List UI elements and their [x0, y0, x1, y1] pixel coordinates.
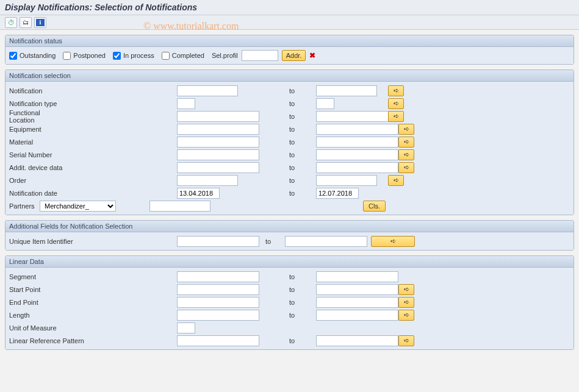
clock-icon — [8, 19, 15, 26]
to-label: to — [287, 138, 305, 146]
start-point-label: Start Point — [9, 286, 107, 293]
end-point-to-input[interactable] — [316, 297, 398, 308]
notification-type-from-input[interactable] — [177, 98, 195, 109]
postponed-checkbox-input[interactable] — [63, 52, 71, 60]
notification-type-label: Notification type — [9, 100, 70, 107]
to-label: to — [287, 164, 305, 171]
inprocess-checkbox[interactable]: In process — [113, 52, 154, 60]
serial-number-from-input[interactable] — [177, 149, 259, 160]
material-from-input[interactable] — [177, 137, 259, 148]
info-button[interactable]: i — [34, 17, 46, 28]
unit-of-measure-input[interactable] — [177, 323, 195, 333]
additional-fields-group: Additional Fields for Notification Selec… — [5, 220, 574, 251]
postponed-checkbox[interactable]: Postponed — [63, 52, 106, 60]
to-label: to — [287, 190, 305, 197]
segment-label: Segment — [9, 273, 107, 280]
functional-location-label: Functional Location — [9, 109, 70, 124]
segment-from-input[interactable] — [177, 271, 259, 282]
unit-of-measure-label: Unit of Measure — [9, 324, 107, 332]
execute-button[interactable] — [5, 17, 17, 28]
order-multi-button[interactable]: ➪ — [388, 175, 404, 186]
order-from-input[interactable] — [177, 175, 238, 186]
linear-data-group: Linear Data Segment to Start Point to ➪ — [5, 255, 574, 350]
material-label: Material — [9, 138, 70, 146]
functional-location-to-input[interactable] — [316, 111, 398, 122]
equipment-from-input[interactable] — [177, 124, 259, 135]
completed-checkbox-input[interactable] — [162, 52, 170, 60]
group-header-linear: Linear Data — [5, 256, 574, 268]
addit-device-data-multi-button[interactable]: ➪ — [398, 162, 414, 173]
notification-from-input[interactable] — [177, 85, 238, 96]
uii-multi-button[interactable]: ➪ — [371, 236, 415, 247]
notification-multi-button[interactable]: ➪ — [388, 85, 404, 96]
serial-number-multi-button[interactable]: ➪ — [398, 149, 414, 160]
equipment-label: Equipment — [9, 126, 70, 133]
addit-device-data-to-input[interactable] — [316, 162, 398, 173]
delete-icon[interactable]: ✖ — [309, 51, 315, 60]
inprocess-checkbox-input[interactable] — [113, 52, 121, 60]
to-label: to — [287, 87, 305, 94]
equipment-multi-button[interactable]: ➪ — [398, 124, 414, 135]
functional-location-multi-button[interactable]: ➪ — [388, 111, 404, 122]
serial-number-to-input[interactable] — [316, 149, 398, 160]
notification-type-multi-button[interactable]: ➪ — [388, 98, 404, 109]
uii-from-input[interactable] — [177, 236, 259, 247]
length-from-input[interactable] — [177, 310, 259, 321]
material-multi-button[interactable]: ➪ — [398, 137, 414, 148]
equipment-to-input[interactable] — [316, 124, 398, 135]
notification-label: Notification — [9, 87, 70, 94]
to-label: to — [287, 100, 305, 107]
notification-type-to-input[interactable] — [316, 98, 334, 109]
group-header-status: Notification status — [5, 35, 574, 47]
length-to-input[interactable] — [316, 310, 398, 321]
length-multi-button[interactable]: ➪ — [398, 310, 414, 321]
segment-to-input[interactable] — [316, 271, 398, 282]
postponed-label: Postponed — [73, 52, 106, 59]
to-label: to — [287, 151, 305, 159]
start-point-multi-button[interactable]: ➪ — [398, 284, 414, 295]
notification-date-label: Notification date — [9, 190, 70, 197]
linear-reference-pattern-label: Linear Reference Pattern — [9, 337, 107, 344]
start-point-from-input[interactable] — [177, 284, 259, 295]
page-header: Display Notifications: Selection of Noti… — [0, 0, 579, 15]
inprocess-label: In process — [123, 52, 154, 59]
notification-selection-group: Notification selection Notification to ➪… — [5, 69, 574, 215]
addit-device-data-label: Addit. device data — [9, 164, 70, 171]
functional-location-from-input[interactable] — [177, 111, 259, 122]
completed-checkbox[interactable]: Completed — [162, 52, 204, 60]
group-header-selection: Notification selection — [5, 70, 574, 82]
start-point-to-input[interactable] — [316, 284, 398, 295]
uii-label: Unique Item Identifier — [9, 238, 107, 245]
to-label: to — [263, 238, 281, 245]
outstanding-checkbox[interactable]: Outstanding — [9, 52, 56, 60]
notification-to-input[interactable] — [316, 85, 377, 96]
end-point-label: End Point — [9, 299, 107, 306]
addit-device-data-from-input[interactable] — [177, 162, 259, 173]
partners-select[interactable]: Merchandizer_ — [40, 201, 116, 212]
order-label: Order — [9, 177, 70, 184]
notification-date-to-input[interactable] — [316, 188, 359, 199]
variant-button[interactable] — [20, 17, 32, 28]
order-to-input[interactable] — [316, 175, 377, 186]
linear-reference-pattern-from-input[interactable] — [177, 335, 259, 346]
cls-button[interactable]: Cls. — [363, 201, 386, 212]
material-to-input[interactable] — [316, 137, 398, 148]
selprofil-input[interactable] — [242, 50, 278, 61]
partners-input[interactable] — [149, 201, 210, 212]
addr-button[interactable]: Addr. — [282, 50, 306, 61]
page-title: Display Notifications: Selection of Noti… — [5, 2, 574, 12]
stack-icon — [23, 19, 29, 26]
to-label: to — [287, 113, 305, 120]
notification-date-from-input[interactable] — [177, 188, 220, 199]
completed-label: Completed — [172, 52, 204, 59]
linear-reference-pattern-multi-button[interactable]: ➪ — [398, 335, 414, 346]
uii-to-input[interactable] — [285, 236, 367, 247]
toolbar: i — [0, 15, 579, 30]
end-point-multi-button[interactable]: ➪ — [398, 297, 414, 308]
outstanding-checkbox-input[interactable] — [9, 52, 17, 60]
to-label: to — [287, 177, 305, 184]
end-point-from-input[interactable] — [177, 297, 259, 308]
group-header-addfields: Additional Fields for Notification Selec… — [5, 221, 574, 232]
linear-reference-pattern-to-input[interactable] — [316, 335, 398, 346]
outstanding-label: Outstanding — [20, 52, 56, 59]
